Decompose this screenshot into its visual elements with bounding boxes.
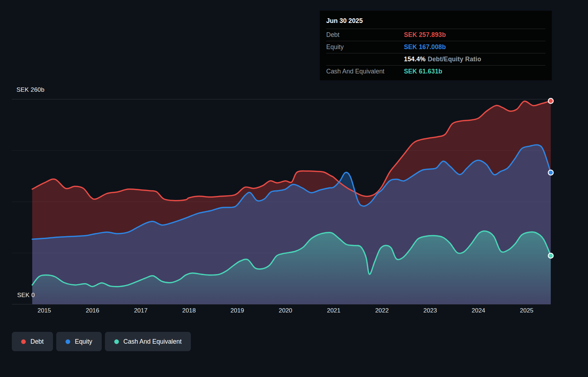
tooltip-cash-label: Cash And Equivalent <box>326 68 404 75</box>
tooltip-row-ratio: 154.4%Debt/Equity Ratio <box>326 53 545 65</box>
legend-item-cash[interactable]: Cash And Equivalent <box>105 332 191 351</box>
tooltip-debt-label: Debt <box>326 31 404 39</box>
tooltip-row-equity: Equity SEK 167.008b <box>326 41 545 53</box>
cash-dot-icon <box>114 339 119 344</box>
legend-cash-label: Cash And Equivalent <box>124 338 182 345</box>
tooltip-ratio-value: 154.4% <box>404 56 426 63</box>
balance-sheet-chart: SEK 260b SEK 0 2015201620172018201920202… <box>0 0 588 377</box>
tooltip-equity-value: SEK 167.008b <box>404 43 446 51</box>
cash-and-equivalent-end-dot <box>548 253 553 258</box>
legend-debt-label: Debt <box>30 338 44 345</box>
tooltip-equity-label: Equity <box>326 43 404 51</box>
tooltip-date: Jun 30 2025 <box>326 15 545 29</box>
y-axis-label-top: SEK 260b <box>16 86 44 94</box>
equity-end-dot <box>548 170 553 175</box>
tooltip-cash-value: SEK 61.631b <box>404 68 442 75</box>
debt-dot-icon <box>21 339 26 344</box>
debt-end-dot <box>548 99 553 104</box>
tooltip-debt-value: SEK 257.893b <box>404 31 446 39</box>
equity-dot-icon <box>66 339 70 344</box>
tooltip-ratio-label: Debt/Equity Ratio <box>428 56 481 63</box>
tooltip-row-cash: Cash And Equivalent SEK 61.631b <box>326 65 545 77</box>
legend-item-debt[interactable]: Debt <box>12 332 53 351</box>
legend-item-equity[interactable]: Equity <box>56 332 102 351</box>
legend-equity-label: Equity <box>75 338 92 345</box>
tooltip-ratio: 154.4%Debt/Equity Ratio <box>404 56 481 63</box>
legend: Debt Equity Cash And Equivalent <box>12 332 191 351</box>
y-axis-label-bottom: SEK 0 <box>17 292 35 299</box>
tooltip-row-debt: Debt SEK 257.893b <box>326 29 545 41</box>
tooltip: Jun 30 2025 Debt SEK 257.893b Equity SEK… <box>320 11 552 80</box>
